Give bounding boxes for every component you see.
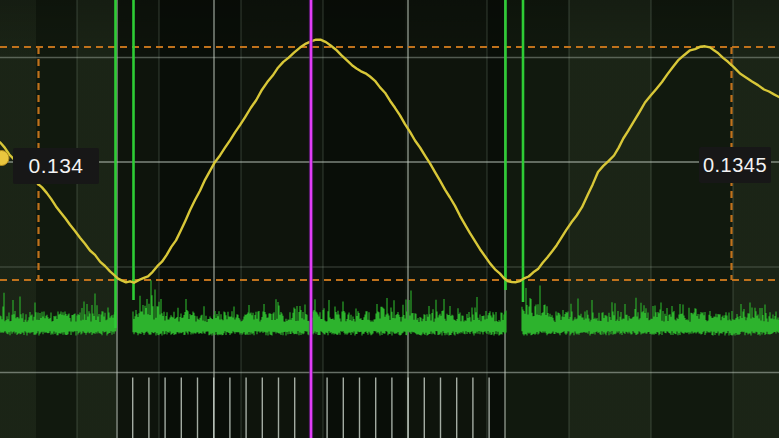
gridlines [0,0,779,438]
value-label-left: 0.134 [13,148,99,184]
noise-channel-spikes [116,0,524,328]
scope-plot-area[interactable]: 0.134 0.1345 [0,0,779,438]
waveform-canvas [0,0,779,438]
value-label-right: 0.1345 [699,147,771,183]
